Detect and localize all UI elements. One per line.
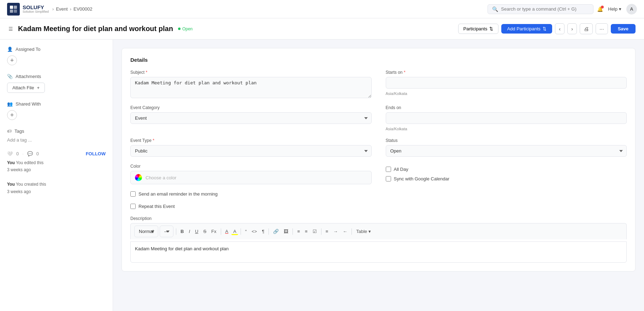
nav-right: 🔔 Help ▾ A (597, 4, 637, 14)
logo-sub: Solution Simplified (23, 10, 49, 14)
strike-button[interactable]: S (201, 228, 208, 235)
starts-on-field: Starts on * 31-05-2023 10:00:00 Asia/Kol… (386, 70, 627, 98)
add-tag-button[interactable]: Add a tag ... (7, 137, 106, 143)
attachments-label: Attachments (16, 74, 41, 79)
participants-button[interactable]: Participants ⇅ (458, 24, 499, 34)
quote-button[interactable]: “ (243, 228, 248, 235)
para-button[interactable]: ¶ (260, 228, 266, 235)
color-wheel-icon (135, 174, 142, 181)
email-reminder-checkbox[interactable] (130, 191, 136, 197)
svg-rect-1 (14, 6, 17, 9)
tags-icon: 🏷 (7, 128, 12, 134)
comment-icon[interactable]: 💬 (27, 151, 33, 156)
align-button[interactable]: ≡ (324, 228, 330, 235)
page-header: ☰ Kadam Meeting for diet plan and workou… (0, 18, 644, 40)
svg-rect-0 (10, 6, 13, 9)
ends-on-input[interactable]: 31-05-2023 11:00:00 (386, 112, 627, 124)
image-button[interactable]: 🖼 (282, 228, 290, 235)
link-button[interactable]: 🔗 (271, 228, 280, 235)
sync-google-field: Sync with Google Calendar (386, 176, 627, 181)
prev-button[interactable]: ‹ (555, 23, 565, 34)
bold-button[interactable]: B (179, 228, 185, 235)
underline-button[interactable]: U (193, 228, 200, 235)
tags-label: Tags (14, 128, 24, 134)
event-type-select[interactable]: Public Private Confidential (130, 145, 372, 157)
more-button[interactable]: ··· (596, 23, 608, 34)
ends-on-timezone: Asia/Kolkata (386, 127, 627, 131)
help-button[interactable]: Help ▾ (608, 6, 621, 12)
repeat-event-checkbox[interactable] (130, 204, 136, 209)
status-select[interactable]: Open Closed Cancelled (386, 145, 627, 157)
attach-file-button[interactable]: Attach File + (7, 83, 45, 93)
likes-count: 0 (16, 151, 19, 156)
activity-log: You You edited this 3 weeks ago You You … (7, 159, 106, 195)
clear-format-button[interactable]: Fx (209, 228, 218, 235)
save-button[interactable]: Save (611, 24, 636, 34)
hamburger-icon[interactable]: ☰ (8, 26, 13, 32)
activity-2: You You created this 3 weeks ago (7, 181, 106, 195)
header-actions: Participants ⇅ Add Participants ⇅ ‹ › 🖨 … (458, 23, 636, 34)
email-reminder-label: Send an email reminder in the morning (138, 191, 218, 197)
assigned-to-label: Assigned To (16, 47, 41, 52)
activity-1: You You edited this 3 weeks ago (7, 159, 106, 174)
toolbar-sep-6 (321, 228, 321, 235)
search-bar[interactable]: 🔍 (488, 4, 593, 14)
notification-icon[interactable]: 🔔 (597, 6, 603, 12)
toolbar-sep-5 (293, 228, 293, 235)
breadcrumb-event[interactable]: Event (56, 6, 67, 12)
avatar[interactable]: A (626, 4, 637, 14)
social-sep: · (22, 151, 24, 156)
subject-input[interactable]: Kadam Meeting for diet plan and workout … (130, 77, 372, 98)
sync-google-checkbox[interactable] (386, 176, 391, 181)
text-color-button[interactable]: A (224, 228, 230, 235)
attach-plus-icon: + (37, 85, 40, 90)
add-assigned-button[interactable]: + (7, 55, 17, 65)
description-input[interactable]: Kadam Meeting for diet plan and workout … (130, 241, 627, 263)
shared-with-title: 👥 Shared With (7, 101, 106, 107)
dash-select[interactable]: --- (160, 226, 173, 237)
activity-2-time: 3 weeks ago (7, 189, 31, 194)
code-button[interactable]: <> (250, 228, 259, 235)
add-shared-button[interactable]: + (7, 110, 17, 120)
breadcrumb: › Event › EV00002 (52, 6, 92, 12)
color-picker[interactable]: Choose a color (130, 171, 372, 184)
status-badge: Open (178, 26, 193, 31)
ul-button[interactable]: ≡ (303, 228, 309, 235)
all-day-checkbox[interactable] (386, 167, 391, 172)
italic-button[interactable]: I (187, 228, 192, 235)
checklist-button[interactable]: ☑ (311, 228, 319, 235)
print-button[interactable]: 🖨 (580, 23, 593, 34)
logo[interactable]: SOLUFY Solution Simplified (7, 3, 49, 16)
activity-2-action: You created this (16, 182, 46, 187)
next-button[interactable]: › (567, 23, 577, 34)
attachments-section: 📎 Attachments Attach File + (7, 74, 106, 93)
starts-on-timezone: Asia/Kolkata (386, 91, 627, 96)
starts-on-input[interactable]: 31-05-2023 10:00:00 (386, 77, 627, 89)
table-button[interactable]: Table ▾ (354, 228, 373, 235)
attachments-title: 📎 Attachments (7, 74, 106, 79)
breadcrumb-id[interactable]: EV00002 (73, 6, 93, 12)
page-title: Kadam Meeting for diet plan and workout … (18, 25, 173, 33)
indent-right-button[interactable]: → (331, 228, 339, 235)
details-card: Details Subject * Kadam Meeting for diet… (122, 48, 636, 271)
ends-on-field: Ends on 31-05-2023 11:00:00 Asia/Kolkata (386, 105, 627, 131)
event-category-label: Event Category (130, 105, 372, 110)
follow-button[interactable]: FOLLOW (86, 151, 106, 156)
attach-file-label: Attach File (12, 85, 34, 90)
ol-button[interactable]: ≡ (295, 228, 302, 235)
indent-left-button[interactable]: ← (341, 228, 349, 235)
shared-with-label: Shared With (16, 101, 41, 107)
assigned-to-icon: 👤 (7, 47, 13, 52)
like-icon[interactable]: 🤍 (7, 151, 13, 156)
event-category-select[interactable]: Event Meeting Call Other (130, 112, 372, 124)
svg-rect-2 (10, 10, 13, 13)
toolbar-sep-3 (241, 228, 241, 235)
event-category-field: Event Category Event Meeting Call Other (130, 105, 372, 131)
status-dot (178, 28, 181, 30)
text-style-select[interactable]: Normal (134, 226, 158, 237)
highlight-button[interactable]: A (231, 228, 238, 235)
logo-name: SOLUFY (23, 5, 49, 10)
repeat-event-label: Repeat this Event (138, 204, 175, 209)
add-participants-button[interactable]: Add Participants ⇅ (501, 24, 552, 34)
search-input[interactable] (501, 6, 589, 12)
